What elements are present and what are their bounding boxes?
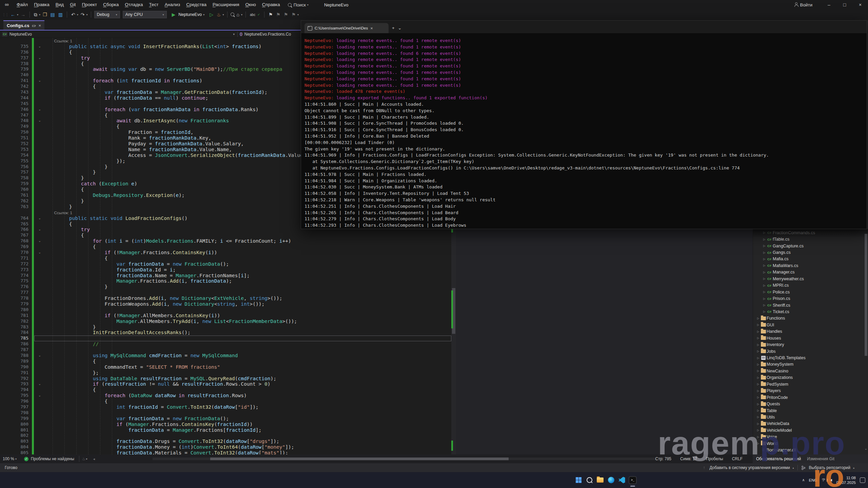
code-line-781[interactable]: 781 if (!Manager.AllMembers.ContainsKey(…	[0, 313, 456, 319]
menu-3[interactable]: Git	[67, 0, 79, 9]
explorer-item-pedsystem[interactable]: ▷PedSystem	[753, 381, 868, 387]
find-in-files-button[interactable]	[231, 12, 234, 18]
explorer-item-table[interactable]: ▷Table	[753, 407, 868, 414]
close-terminal-tab-icon[interactable]: ×	[370, 26, 373, 31]
explorer-item-inventory[interactable]: ▷Inventory	[753, 341, 868, 348]
explorer-item-linqtodb-templates[interactable]: ▷LinqToDB.Templates	[753, 354, 868, 361]
select-repository-button[interactable]: Выбрать репозиторий	[809, 465, 850, 470]
code-line-773[interactable]: 773 fractionData.Id = i;	[0, 267, 456, 273]
expand-icon[interactable]: ▷	[756, 442, 760, 445]
code-line-768[interactable]: 768⌄ for (int i = (int)Models.Fractions.…	[0, 238, 456, 244]
language-indicator[interactable]: ENG	[809, 478, 817, 482]
explorer-item-world[interactable]: ▷World	[753, 440, 868, 447]
new-file-button[interactable]: ⧉	[33, 12, 38, 18]
code-line-794[interactable]: 794 {	[0, 387, 456, 393]
cursor-line-indicator[interactable]: Стр: 785	[655, 456, 671, 461]
vs-search-control[interactable]: Поиск ▾	[288, 2, 309, 7]
expand-icon[interactable]: ▷	[763, 271, 766, 274]
code-line-790[interactable]: 790 CommandText = "SELECT * FROM fractio…	[0, 364, 456, 370]
explorer-item-voice[interactable]: ▷Voice	[753, 434, 868, 440]
code-line-796[interactable]: 796 {	[0, 399, 456, 404]
explorer-item-organizations[interactable]: ▷Organizations	[753, 374, 868, 381]
expand-icon[interactable]: ▷	[756, 357, 760, 360]
code-line-801[interactable]: 801 fractionData = Manager.Fractions[fra…	[0, 427, 456, 433]
taskbar-search-button[interactable]	[585, 476, 593, 484]
start-debugging-button[interactable]: ▶ NeptuneEvo ▾	[168, 12, 208, 17]
horizontal-scrollbar[interactable]	[153, 458, 656, 460]
expand-icon[interactable]: ▷	[756, 323, 760, 326]
code-line-802[interactable]: 802	[0, 433, 456, 439]
expand-icon[interactable]: ▷	[763, 238, 766, 241]
save-all-button[interactable]: ▥	[57, 12, 64, 17]
code-line-803[interactable]: 803 fractionData.Drugs = Convert.ToInt32…	[0, 439, 456, 444]
breadcrumb-type-dropdown[interactable]: NeptuneEvo.Fractions.Co	[244, 32, 291, 37]
menu-6[interactable]: Отладка	[122, 0, 146, 9]
explorer-item-utils[interactable]: ▷Utils	[753, 414, 868, 420]
explorer-item-moneysystem[interactable]: ▷MoneySystem	[753, 361, 868, 368]
sign-in-button[interactable]: Войти	[794, 2, 812, 7]
explorer-item-ticket-cs[interactable]: ▷C#Ticket.cs	[753, 308, 868, 315]
expand-icon[interactable]: ▷	[756, 435, 760, 439]
explorer-item-police-cs[interactable]: ▷C#Police.cs	[753, 289, 868, 295]
solution-configurations-dropdown[interactable]: Debug▾	[94, 11, 120, 18]
code-line-789[interactable]: 789 {	[0, 359, 456, 364]
code-line-770[interactable]: 770⌄ if (!Manager.Fractions.ContainsKey(…	[0, 250, 456, 256]
code-line-767[interactable]: 767 {	[0, 232, 456, 238]
zoom-control[interactable]: 100 %▾	[3, 456, 17, 461]
explorer-item-manager-cs[interactable]: ▷C#Manager.cs	[753, 269, 868, 276]
code-line-797[interactable]: 797 int fractionId = Convert.ToInt32(dat…	[0, 404, 456, 410]
explorer-item-gui[interactable]: ▷GUI	[753, 322, 868, 328]
notification-center-icon[interactable]	[860, 477, 865, 483]
terminal-window[interactable]: C:\Users\samve\OneDrive\Des × + ⌄ Neptun…	[301, 20, 867, 229]
explorer-item-mafia-cs[interactable]: ▷C#Mafia.cs	[753, 256, 868, 262]
volume-icon[interactable]	[830, 479, 832, 482]
problems-indicator[interactable]: ✓ Проблемы не найдены	[24, 456, 74, 461]
open-file-button[interactable]: ❒	[42, 12, 48, 17]
explorer-item-gangcapture-cs[interactable]: ▷C#GangCapture.cs	[753, 243, 868, 249]
cursor-column-indicator[interactable]: Симв: 17	[680, 456, 697, 461]
explorer-item-players[interactable]: ▷Players	[753, 388, 868, 394]
explorer-item-gangs-cs[interactable]: ▷C#Gangs.cs	[753, 249, 868, 256]
line-ending-indicator[interactable]: CRLF	[732, 456, 743, 461]
menu-0[interactable]: Файл	[14, 0, 31, 9]
code-line-783[interactable]: 783 }	[0, 324, 456, 330]
code-line-793[interactable]: 793⌄ if (resultFraction != null && resul…	[0, 381, 456, 387]
terminal-app-button[interactable]: >_	[629, 476, 637, 484]
code-line-784[interactable]: 784 InitFractionDefaultAccessRanks();	[0, 330, 456, 336]
hidden-icons-chevron[interactable]: ∧	[802, 478, 805, 482]
menu-4[interactable]: Проект	[79, 0, 100, 9]
menu-9[interactable]: Средства	[183, 0, 210, 9]
code-line-795[interactable]: 795⌄ foreach (DataRow dataRow in resultF…	[0, 393, 456, 399]
expand-icon[interactable]: ▷	[756, 389, 760, 392]
explorer-item-newcasino[interactable]: ▷NewCasino	[753, 368, 868, 374]
expand-icon[interactable]: ▷	[756, 422, 760, 425]
menu-2[interactable]: Вид	[53, 0, 67, 9]
explorer-item-pritoncode[interactable]: ▷PritonCode	[753, 394, 868, 401]
navigate-back-button[interactable]: ←	[9, 12, 16, 17]
menu-12[interactable]: Справка	[259, 0, 283, 9]
code-line-779[interactable]: 779 FractionWeapons.Add(i, new Dictionar…	[0, 301, 456, 307]
start-without-debugging-button[interactable]: ▷	[209, 12, 214, 17]
clock[interactable]: 11:08 03.07.2025	[836, 475, 856, 485]
explorer-item-vehicledata[interactable]: ▷VehicleData	[753, 421, 868, 427]
pin-tab-icon[interactable]	[32, 24, 35, 27]
expand-icon[interactable]: ▷	[763, 297, 766, 300]
expand-icon[interactable]: ▷	[756, 383, 760, 386]
menu-11[interactable]: Окно	[242, 0, 259, 9]
explorer-item-jobs[interactable]: ▷Jobs	[753, 348, 868, 354]
explorer-scrollbar[interactable]	[865, 230, 867, 454]
wifi-icon[interactable]	[821, 479, 826, 482]
expand-icon[interactable]: ▷	[763, 244, 766, 247]
expand-icon[interactable]: ▷	[763, 251, 766, 254]
expand-icon[interactable]: ▷	[756, 350, 760, 353]
explorer-item-sheriff-cs[interactable]: ▷C#Sheriff.cs	[753, 302, 868, 308]
explorer-item-mafiawars-cs[interactable]: ▷C#MafiaWars.cs	[753, 262, 868, 269]
tab-configs-cs[interactable]: Configs.cs ×	[3, 20, 44, 30]
minimize-button[interactable]: –	[821, 0, 837, 9]
explorer-item-prison-cs[interactable]: ▷C#Prison.cs	[753, 295, 868, 302]
edge-browser-button[interactable]	[607, 476, 615, 484]
terminal-dropdown-button[interactable]: ⌄	[398, 23, 402, 33]
expand-icon[interactable]: ▷	[756, 369, 760, 372]
code-line-774[interactable]: 774 fractionData.Name = Manager.Fraction…	[0, 273, 456, 279]
scroll-down-icon[interactable]: ⌄	[865, 447, 867, 450]
